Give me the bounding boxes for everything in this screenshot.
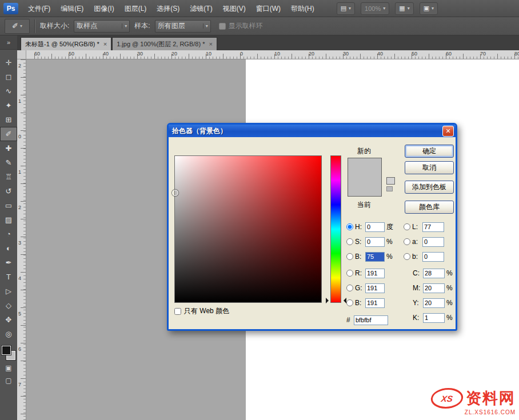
dialog-titlebar[interactable]: 拾色器（背景色）	[169, 125, 456, 137]
field-row-m: M: %	[404, 283, 453, 293]
clone-stamp-tool[interactable]: ♖	[0, 170, 17, 184]
menu-help[interactable]: 帮助(H)	[286, 0, 320, 17]
radio-b-lab[interactable]	[404, 253, 410, 260]
radio-s[interactable]	[346, 238, 353, 245]
foreground-color-swatch[interactable]	[2, 346, 11, 355]
document-tab-untitled[interactable]: 未标题-1 @ 50%(RGB/8) *×	[21, 37, 111, 50]
quick-selection-tool[interactable]: ✦	[0, 98, 17, 113]
hex-input[interactable]	[354, 315, 388, 325]
field-row-b: B: %	[346, 251, 393, 262]
color-swatches-widget[interactable]	[0, 345, 17, 362]
cancel-button[interactable]: 取消	[405, 161, 454, 174]
only-web-colors-checkbox[interactable]	[174, 308, 181, 315]
path-selection-tool[interactable]: ▷	[0, 284, 17, 298]
color-libraries-button[interactable]: 颜色库	[405, 201, 454, 214]
document-tab-1jpg[interactable]: 1.jpg @ 100%(图层 2, RGB/8) *×	[112, 37, 217, 50]
zoom-tool[interactable]: ◎	[0, 327, 17, 341]
type-tool[interactable]: T	[0, 270, 17, 284]
quick-mask-icon[interactable]: ▣	[0, 362, 17, 374]
input-b-lab[interactable]	[422, 252, 444, 262]
panel-collapse-button[interactable]: »	[0, 35, 17, 50]
input-a[interactable]	[422, 237, 444, 247]
menu-layer[interactable]: 图层(L)	[119, 0, 152, 17]
ruler-number: 50	[69, 51, 74, 57]
ruler-number: 0	[18, 134, 21, 139]
radio-l[interactable]	[404, 223, 410, 230]
menu-file[interactable]: 文件(F)	[23, 0, 55, 17]
radio-b2[interactable]	[346, 299, 353, 306]
move-tool[interactable]: ✛	[0, 55, 17, 70]
menu-view[interactable]: 视图(V)	[218, 0, 251, 17]
screen-mode-icon[interactable]: ▢	[0, 374, 17, 387]
zoom-level-dropdown[interactable]: 100%▾	[361, 2, 389, 15]
menu-items: 文件(F)编辑(E)图像(I)图层(L)选择(S)滤镜(T)视图(V)窗口(W)…	[23, 0, 320, 17]
web-color-warning-icon[interactable]	[386, 177, 395, 191]
hand-tool[interactable]: ✥	[0, 313, 17, 327]
sample-size-dropdown[interactable]: 取样点 ▾	[74, 20, 130, 33]
input-h[interactable]	[365, 222, 385, 232]
tool-preset-button[interactable]: ✐ ▾	[5, 19, 30, 34]
ruler-number: 20	[309, 51, 314, 57]
radio-a[interactable]	[404, 238, 410, 245]
caret-down-icon: ▾	[383, 6, 385, 11]
radio-g[interactable]	[346, 285, 353, 291]
lasso-tool[interactable]: ∿	[0, 84, 17, 98]
arrange-documents-dropdown-icon: ▦	[399, 5, 405, 12]
menu-edit[interactable]: 编辑(E)	[55, 0, 89, 17]
tool-strip: » ✛◻∿✦⊞✐✚✎♖↺▭▨◔◐✒T▷◇✥◎ ▣ ▢	[0, 35, 18, 420]
hue-slider[interactable]	[330, 155, 341, 303]
history-brush-tool[interactable]: ↺	[0, 184, 17, 198]
label-m: M:	[413, 284, 421, 292]
menu-image[interactable]: 图像(I)	[89, 0, 119, 17]
eraser-tool[interactable]: ▭	[0, 198, 17, 213]
label-a: a:	[412, 238, 421, 246]
crop-tool[interactable]: ⊞	[0, 113, 17, 127]
add-to-swatches-button[interactable]: 添加到色板	[405, 181, 454, 194]
hue-slider-handle-left[interactable]	[326, 298, 332, 303]
pen-tool[interactable]: ✒	[0, 255, 17, 270]
dodge-tool[interactable]: ◐	[0, 241, 17, 255]
input-y[interactable]	[423, 298, 445, 308]
color-field-marker[interactable]	[172, 190, 178, 196]
screen-mode-dropdown[interactable]: ▣▾	[420, 2, 438, 15]
show-sampling-ring-checkbox[interactable]	[219, 23, 226, 30]
radio-b[interactable]	[346, 253, 353, 260]
input-c[interactable]	[423, 269, 445, 278]
input-r[interactable]	[365, 269, 385, 278]
eyedropper-tool[interactable]: ✐	[0, 127, 17, 141]
menu-select[interactable]: 选择(S)	[151, 0, 185, 17]
brush-tool[interactable]: ✎	[0, 155, 17, 170]
blur-tool[interactable]: ◔	[0, 227, 17, 241]
input-l[interactable]	[422, 222, 444, 232]
only-web-colors-label: 只有 Web 颜色	[184, 306, 229, 316]
ok-button[interactable]: 确定	[405, 145, 454, 158]
radio-r[interactable]	[346, 270, 353, 277]
radio-h[interactable]	[346, 223, 353, 230]
menu-filter[interactable]: 滤镜(T)	[185, 0, 217, 17]
photoshop-logo[interactable]: Ps	[3, 3, 18, 14]
shape-tool[interactable]: ◇	[0, 298, 17, 313]
input-s[interactable]	[365, 237, 385, 247]
zoom-tool-icon: ◎	[5, 330, 11, 338]
input-m[interactable]	[423, 283, 445, 293]
close-icon[interactable]: ×	[209, 41, 212, 47]
view-extras-dropdown[interactable]: ▤▾	[337, 2, 355, 15]
healing-brush-tool[interactable]: ✚	[0, 141, 17, 155]
input-b[interactable]	[365, 252, 385, 262]
input-b2[interactable]	[365, 298, 385, 308]
close-icon[interactable]: ×	[103, 41, 107, 47]
gradient-tool[interactable]: ▨	[0, 213, 17, 227]
input-k[interactable]	[423, 313, 445, 323]
color-field[interactable]	[174, 155, 322, 303]
input-g[interactable]	[365, 283, 385, 293]
sample-dropdown[interactable]: 所有图层 ▾	[155, 20, 211, 33]
menu-window[interactable]: 窗口(W)	[251, 0, 286, 17]
ruler-number: 50	[412, 51, 417, 57]
horizontal-ruler[interactable]: 60504030201001020304050607080	[26, 50, 519, 59]
field-row-g: G:	[346, 283, 385, 293]
marquee-tool[interactable]: ◻	[0, 70, 17, 84]
arrange-documents-dropdown[interactable]: ▦▾	[395, 2, 413, 15]
vertical-ruler[interactable]: 2101234567	[17, 59, 26, 420]
close-icon[interactable]: ✕	[442, 126, 454, 137]
hue-slider-handle-right[interactable]	[341, 298, 346, 303]
